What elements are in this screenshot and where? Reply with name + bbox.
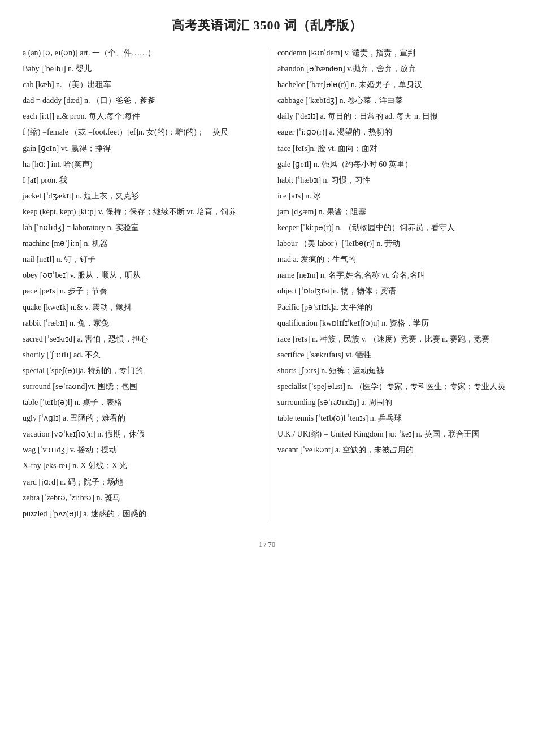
list-item: vacant [ˈveɪkənt] a. 空缺的，未被占用的 <box>277 443 511 456</box>
list-item: Pacific [pəˈsɪfɪk]a. 太平洋的 <box>277 301 511 314</box>
list-item: abandon [əˈbændən] v.抛弃，舍弃，放弃 <box>277 62 511 75</box>
list-item: keeper [ˈkiːpə(r)] n. （动物园中的）饲养员，看守人 <box>277 221 511 234</box>
page: 高考英语词汇 3500 词（乱序版） a (an) [ə, eɪ(ən)] ar… <box>0 0 534 756</box>
list-item: sacrifice [ˈsækrɪfaɪs] vt. 牺牲 <box>277 348 511 361</box>
list-item: cab [kæb] n. （美）出租车 <box>23 78 257 91</box>
list-item: ice [aɪs] n. 冰 <box>277 189 511 202</box>
list-item: table tennis [ˈteɪb(ə)l ˈtenɪs] n. 乒乓球 <box>277 412 511 425</box>
list-item: keep (kept, kept) [kiːp] v. 保持；保存；继续不断 v… <box>23 205 257 218</box>
list-item: table [ˈteɪb(ə)l] n. 桌子，表格 <box>23 396 257 409</box>
list-item: labour （美 labor）[ˈleɪbə(r)] n. 劳动 <box>277 237 511 250</box>
content-area: a (an) [ə, eɪ(ən)] art. 一（个、件……）Baby [ˈb… <box>23 46 511 523</box>
left-column: a (an) [ə, eɪ(ən)] art. 一（个、件……）Baby [ˈb… <box>23 46 267 523</box>
page-title: 高考英语词汇 3500 词（乱序版） <box>23 17 511 34</box>
list-item: puzzled [ˈpʌz(ə)l] a. 迷惑的，困惑的 <box>23 507 257 520</box>
list-item: yard [jɑːd] n. 码；院子；场地 <box>23 476 257 489</box>
list-item: race [reɪs] n. 种族，民族 v. （速度）竞赛，比赛 n. 赛跑，… <box>277 332 511 345</box>
list-item: rabbit [ˈræbɪt] n. 兔，家兔 <box>23 317 257 330</box>
list-item: eager [ˈiːɡə(r)] a. 渴望的，热切的 <box>277 126 511 139</box>
list-item: wag [ˈvɔɪɪdʒ] v. 摇动；摆动 <box>23 443 257 456</box>
list-item: dad = daddy [dæd] n. （口）爸爸，爹爹 <box>23 94 257 107</box>
list-item: shortly [ˈʃɔːtlɪ] ad. 不久 <box>23 348 257 361</box>
list-item: jacket [ˈdʒækɪt] n. 短上衣，夹克衫 <box>23 189 257 202</box>
page-footer: 1 / 70 <box>23 540 511 549</box>
list-item: lab [ˈnɒlɪdʒ] = laboratory n. 实验室 <box>23 221 257 234</box>
list-item: U.K./ UK(缩) = United Kingdom [juː ˈkeɪ] … <box>277 427 511 440</box>
list-item: object [ˈɒbdʒɪkt]n. 物，物体；宾语 <box>277 284 511 297</box>
list-item: I [aɪ] pron. 我 <box>23 174 257 187</box>
list-item: condemn [kənˈdem] v. 谴责，指责，宣判 <box>277 46 511 59</box>
list-item: vacation [vəˈkeɪʃ(ə)n] n. 假期，休假 <box>23 427 257 440</box>
list-item: shorts [ʃɔːts] n. 短裤；运动短裤 <box>277 364 511 377</box>
list-item: face [feɪs]n. 脸 vt. 面向；面对 <box>277 142 511 155</box>
list-item: sacred [ˈseɪkrɪd] a. 害怕，恐惧，担心 <box>23 332 257 345</box>
list-item: daily [ˈdeɪlɪ] a. 每日的；日常的 ad. 每天 n. 日报 <box>277 110 511 123</box>
list-item: name [neɪm] n. 名字,姓名,名称 vt. 命名,名叫 <box>277 269 511 282</box>
list-item: a (an) [ə, eɪ(ən)] art. 一（个、件……） <box>23 46 257 59</box>
list-item: special [ˈspeʃ(ə)l]a. 特别的，专门的 <box>23 364 257 377</box>
list-item: qualification [kwɒlɪfɪˈkeɪʃ(ə)n] n. 资格，学… <box>277 317 511 330</box>
list-item: X-ray [eks-reɪ] n. X 射线；X 光 <box>23 459 257 472</box>
list-item: zebra [ˈzebrə, ˈziːbrə] n. 斑马 <box>23 491 257 504</box>
list-item: pace [peɪs] n. 步子；节奏 <box>23 284 257 297</box>
list-item: mad a. 发疯的；生气的 <box>277 253 511 266</box>
list-item: ugly [ˈʌɡlɪ] a. 丑陋的；难看的 <box>23 412 257 425</box>
list-item: bachelor [ˈbætʃələ(r)] n. 未婚男子，单身汉 <box>277 78 511 91</box>
list-item: nail [neɪl] n. 钉，钉子 <box>23 253 257 266</box>
list-item: each [iːtʃ] a.& pron. 每人.每个.每件 <box>23 110 257 123</box>
list-item: cabbage [ˈkæbɪdʒ] n. 卷心菜，洋白菜 <box>277 94 511 107</box>
right-column: condemn [kənˈdem] v. 谴责，指责，宣判abandon [əˈ… <box>267 46 511 523</box>
list-item: habit [ˈhæbɪt] n. 习惯，习性 <box>277 174 511 187</box>
list-item: gain [ɡeɪn] vt. 赢得；挣得 <box>23 142 257 155</box>
list-item: jam [dʒæm] n. 果酱；阻塞 <box>277 205 511 218</box>
list-item: gale [ɡeɪl] n. 强风（约每小时 60 英里） <box>277 158 511 171</box>
list-item: surround [səˈraʊnd]vt. 围绕；包围 <box>23 380 257 393</box>
list-item: obey [əʊˈbeɪ] v. 服从，顺从，听从 <box>23 269 257 282</box>
list-item: surrounding [səˈraʊndɪŋ] a. 周围的 <box>277 396 511 409</box>
list-item: quake [kweɪk] n.& v. 震动，颤抖 <box>23 301 257 314</box>
list-item: specialist [ˈspeʃəlɪst] n. （医学）专家，专科医生；专… <box>277 380 511 393</box>
list-item: f (缩) =female （或 =foot,feet）[ef]n. 女(的)；… <box>23 126 257 139</box>
list-item: Baby [ˈbeɪbɪ] n. 婴儿 <box>23 62 257 75</box>
list-item: ha [hɑː] int. 哈(笑声) <box>23 158 257 171</box>
list-item: machine [məˈʃiːn] n. 机器 <box>23 237 257 250</box>
